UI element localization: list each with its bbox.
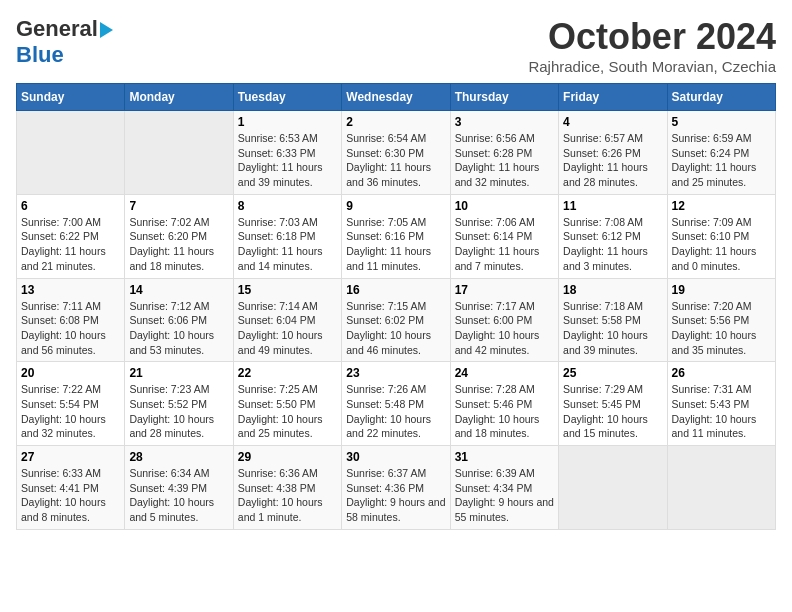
day-info: Sunrise: 7:00 AMSunset: 6:22 PMDaylight:… <box>21 215 120 274</box>
calendar-table: SundayMondayTuesdayWednesdayThursdayFrid… <box>16 83 776 530</box>
day-number: 1 <box>238 115 337 129</box>
day-info: Sunrise: 6:37 AMSunset: 4:36 PMDaylight:… <box>346 466 445 525</box>
day-number: 23 <box>346 366 445 380</box>
day-number: 29 <box>238 450 337 464</box>
day-number: 11 <box>563 199 662 213</box>
column-header-thursday: Thursday <box>450 84 558 111</box>
day-info: Sunrise: 6:59 AMSunset: 6:24 PMDaylight:… <box>672 131 771 190</box>
day-number: 14 <box>129 283 228 297</box>
day-info: Sunrise: 7:22 AMSunset: 5:54 PMDaylight:… <box>21 382 120 441</box>
calendar-week-row: 6Sunrise: 7:00 AMSunset: 6:22 PMDaylight… <box>17 194 776 278</box>
calendar-cell: 21Sunrise: 7:23 AMSunset: 5:52 PMDayligh… <box>125 362 233 446</box>
day-number: 28 <box>129 450 228 464</box>
calendar-cell <box>559 446 667 530</box>
day-info: Sunrise: 7:15 AMSunset: 6:02 PMDaylight:… <box>346 299 445 358</box>
column-header-friday: Friday <box>559 84 667 111</box>
calendar-cell: 1Sunrise: 6:53 AMSunset: 6:33 PMDaylight… <box>233 111 341 195</box>
calendar-cell: 24Sunrise: 7:28 AMSunset: 5:46 PMDayligh… <box>450 362 558 446</box>
calendar-cell: 12Sunrise: 7:09 AMSunset: 6:10 PMDayligh… <box>667 194 775 278</box>
day-info: Sunrise: 7:06 AMSunset: 6:14 PMDaylight:… <box>455 215 554 274</box>
page-header: General Blue October 2024 Rajhradice, So… <box>16 16 776 75</box>
logo-blue: Blue <box>16 42 64 67</box>
day-number: 10 <box>455 199 554 213</box>
day-info: Sunrise: 7:02 AMSunset: 6:20 PMDaylight:… <box>129 215 228 274</box>
calendar-cell: 8Sunrise: 7:03 AMSunset: 6:18 PMDaylight… <box>233 194 341 278</box>
calendar-cell: 20Sunrise: 7:22 AMSunset: 5:54 PMDayligh… <box>17 362 125 446</box>
day-number: 4 <box>563 115 662 129</box>
day-number: 13 <box>21 283 120 297</box>
day-info: Sunrise: 7:31 AMSunset: 5:43 PMDaylight:… <box>672 382 771 441</box>
day-info: Sunrise: 7:23 AMSunset: 5:52 PMDaylight:… <box>129 382 228 441</box>
day-info: Sunrise: 7:18 AMSunset: 5:58 PMDaylight:… <box>563 299 662 358</box>
day-number: 21 <box>129 366 228 380</box>
calendar-cell: 23Sunrise: 7:26 AMSunset: 5:48 PMDayligh… <box>342 362 450 446</box>
calendar-cell: 31Sunrise: 6:39 AMSunset: 4:34 PMDayligh… <box>450 446 558 530</box>
calendar-cell: 16Sunrise: 7:15 AMSunset: 6:02 PMDayligh… <box>342 278 450 362</box>
day-info: Sunrise: 6:56 AMSunset: 6:28 PMDaylight:… <box>455 131 554 190</box>
calendar-week-row: 13Sunrise: 7:11 AMSunset: 6:08 PMDayligh… <box>17 278 776 362</box>
day-number: 9 <box>346 199 445 213</box>
day-number: 7 <box>129 199 228 213</box>
day-info: Sunrise: 7:12 AMSunset: 6:06 PMDaylight:… <box>129 299 228 358</box>
calendar-cell: 25Sunrise: 7:29 AMSunset: 5:45 PMDayligh… <box>559 362 667 446</box>
day-number: 26 <box>672 366 771 380</box>
column-header-saturday: Saturday <box>667 84 775 111</box>
day-info: Sunrise: 7:08 AMSunset: 6:12 PMDaylight:… <box>563 215 662 274</box>
calendar-cell: 10Sunrise: 7:06 AMSunset: 6:14 PMDayligh… <box>450 194 558 278</box>
calendar-cell: 26Sunrise: 7:31 AMSunset: 5:43 PMDayligh… <box>667 362 775 446</box>
calendar-cell: 18Sunrise: 7:18 AMSunset: 5:58 PMDayligh… <box>559 278 667 362</box>
calendar-cell: 14Sunrise: 7:12 AMSunset: 6:06 PMDayligh… <box>125 278 233 362</box>
calendar-cell: 27Sunrise: 6:33 AMSunset: 4:41 PMDayligh… <box>17 446 125 530</box>
logo-general: General <box>16 16 98 42</box>
day-number: 3 <box>455 115 554 129</box>
month-title: October 2024 <box>528 16 776 58</box>
day-info: Sunrise: 7:05 AMSunset: 6:16 PMDaylight:… <box>346 215 445 274</box>
calendar-cell: 22Sunrise: 7:25 AMSunset: 5:50 PMDayligh… <box>233 362 341 446</box>
day-number: 25 <box>563 366 662 380</box>
logo-arrow-icon <box>100 22 113 38</box>
column-header-monday: Monday <box>125 84 233 111</box>
day-number: 19 <box>672 283 771 297</box>
column-header-sunday: Sunday <box>17 84 125 111</box>
column-header-tuesday: Tuesday <box>233 84 341 111</box>
day-info: Sunrise: 7:20 AMSunset: 5:56 PMDaylight:… <box>672 299 771 358</box>
calendar-cell <box>125 111 233 195</box>
calendar-cell: 30Sunrise: 6:37 AMSunset: 4:36 PMDayligh… <box>342 446 450 530</box>
calendar-cell: 4Sunrise: 6:57 AMSunset: 6:26 PMDaylight… <box>559 111 667 195</box>
day-info: Sunrise: 6:39 AMSunset: 4:34 PMDaylight:… <box>455 466 554 525</box>
day-number: 12 <box>672 199 771 213</box>
day-number: 20 <box>21 366 120 380</box>
day-info: Sunrise: 7:25 AMSunset: 5:50 PMDaylight:… <box>238 382 337 441</box>
day-number: 2 <box>346 115 445 129</box>
day-number: 18 <box>563 283 662 297</box>
location: Rajhradice, South Moravian, Czechia <box>528 58 776 75</box>
column-header-wednesday: Wednesday <box>342 84 450 111</box>
day-info: Sunrise: 6:53 AMSunset: 6:33 PMDaylight:… <box>238 131 337 190</box>
day-info: Sunrise: 6:54 AMSunset: 6:30 PMDaylight:… <box>346 131 445 190</box>
calendar-cell: 3Sunrise: 6:56 AMSunset: 6:28 PMDaylight… <box>450 111 558 195</box>
day-info: Sunrise: 6:34 AMSunset: 4:39 PMDaylight:… <box>129 466 228 525</box>
calendar-cell: 2Sunrise: 6:54 AMSunset: 6:30 PMDaylight… <box>342 111 450 195</box>
day-number: 27 <box>21 450 120 464</box>
day-info: Sunrise: 7:28 AMSunset: 5:46 PMDaylight:… <box>455 382 554 441</box>
calendar-week-row: 27Sunrise: 6:33 AMSunset: 4:41 PMDayligh… <box>17 446 776 530</box>
calendar-cell: 19Sunrise: 7:20 AMSunset: 5:56 PMDayligh… <box>667 278 775 362</box>
day-info: Sunrise: 7:14 AMSunset: 6:04 PMDaylight:… <box>238 299 337 358</box>
calendar-cell: 15Sunrise: 7:14 AMSunset: 6:04 PMDayligh… <box>233 278 341 362</box>
calendar-cell: 11Sunrise: 7:08 AMSunset: 6:12 PMDayligh… <box>559 194 667 278</box>
calendar-cell <box>17 111 125 195</box>
day-info: Sunrise: 7:11 AMSunset: 6:08 PMDaylight:… <box>21 299 120 358</box>
day-number: 30 <box>346 450 445 464</box>
calendar-cell: 6Sunrise: 7:00 AMSunset: 6:22 PMDaylight… <box>17 194 125 278</box>
calendar-cell: 9Sunrise: 7:05 AMSunset: 6:16 PMDaylight… <box>342 194 450 278</box>
logo: General Blue <box>16 16 113 68</box>
calendar-cell: 28Sunrise: 6:34 AMSunset: 4:39 PMDayligh… <box>125 446 233 530</box>
day-info: Sunrise: 7:09 AMSunset: 6:10 PMDaylight:… <box>672 215 771 274</box>
day-info: Sunrise: 6:36 AMSunset: 4:38 PMDaylight:… <box>238 466 337 525</box>
day-number: 31 <box>455 450 554 464</box>
day-number: 5 <box>672 115 771 129</box>
calendar-week-row: 20Sunrise: 7:22 AMSunset: 5:54 PMDayligh… <box>17 362 776 446</box>
day-info: Sunrise: 7:17 AMSunset: 6:00 PMDaylight:… <box>455 299 554 358</box>
calendar-week-row: 1Sunrise: 6:53 AMSunset: 6:33 PMDaylight… <box>17 111 776 195</box>
day-number: 8 <box>238 199 337 213</box>
